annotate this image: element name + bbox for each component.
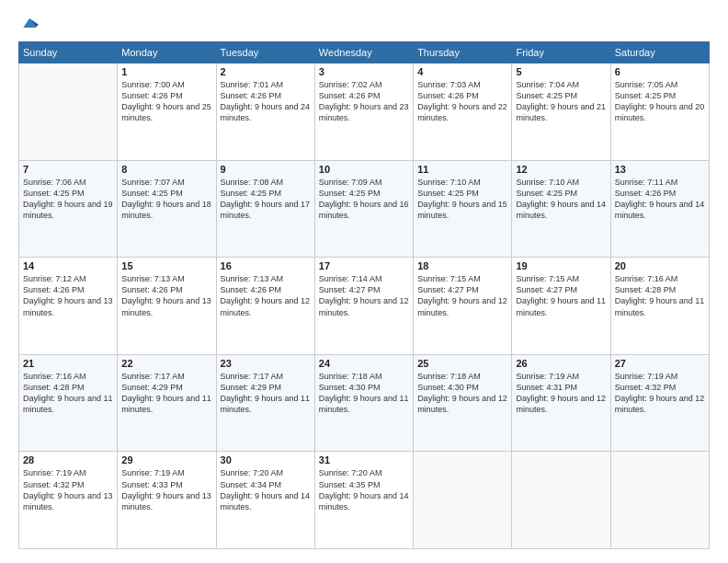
day-number: 13 (615, 164, 705, 175)
day-number: 23 (221, 358, 311, 369)
calendar-cell: 31Sunrise: 7:20 AMSunset: 4:35 PMDayligh… (314, 452, 413, 549)
calendar-cell: 2Sunrise: 7:01 AMSunset: 4:26 PMDaylight… (216, 63, 314, 161)
day-number: 22 (121, 358, 211, 369)
calendar-cell: 25Sunrise: 7:18 AMSunset: 4:30 PMDayligh… (414, 354, 512, 452)
day-number: 2 (221, 66, 311, 77)
day-info: Sunrise: 7:19 AMSunset: 4:31 PMDaylight:… (516, 371, 606, 416)
header (18, 14, 710, 32)
day-info: Sunrise: 7:05 AMSunset: 4:25 PMDaylight:… (615, 79, 705, 124)
calendar-cell: 27Sunrise: 7:19 AMSunset: 4:32 PMDayligh… (610, 354, 709, 452)
day-number: 21 (23, 358, 113, 369)
page: SundayMondayTuesdayWednesdayThursdayFrid… (0, 0, 728, 563)
calendar-cell: 4Sunrise: 7:03 AMSunset: 4:26 PMDaylight… (414, 63, 512, 161)
calendar-cell: 29Sunrise: 7:19 AMSunset: 4:33 PMDayligh… (118, 452, 216, 549)
calendar-cell: 22Sunrise: 7:17 AMSunset: 4:29 PMDayligh… (118, 354, 216, 452)
day-number: 9 (221, 164, 311, 175)
day-info: Sunrise: 7:17 AMSunset: 4:29 PMDaylight:… (221, 371, 311, 416)
day-number: 29 (121, 454, 211, 465)
day-number: 15 (121, 260, 211, 271)
calendar-cell (512, 452, 610, 549)
weekday-header: Sunday (19, 42, 118, 63)
day-number: 30 (221, 454, 311, 465)
day-number: 11 (417, 164, 507, 175)
day-info: Sunrise: 7:11 AMSunset: 4:26 PMDaylight:… (615, 177, 705, 222)
day-info: Sunrise: 7:20 AMSunset: 4:35 PMDaylight:… (319, 467, 409, 512)
calendar-cell: 7Sunrise: 7:06 AMSunset: 4:25 PMDaylight… (19, 160, 118, 258)
day-number: 31 (319, 454, 409, 465)
day-number: 27 (615, 358, 705, 369)
calendar-cell (414, 452, 512, 549)
calendar-cell: 17Sunrise: 7:14 AMSunset: 4:27 PMDayligh… (314, 258, 413, 355)
weekday-header: Friday (512, 42, 610, 63)
calendar-cell: 1Sunrise: 7:00 AMSunset: 4:26 PMDaylight… (118, 63, 216, 161)
day-info: Sunrise: 7:16 AMSunset: 4:28 PMDaylight:… (615, 273, 705, 318)
day-info: Sunrise: 7:04 AMSunset: 4:25 PMDaylight:… (516, 79, 606, 124)
calendar-cell: 13Sunrise: 7:11 AMSunset: 4:26 PMDayligh… (610, 160, 709, 258)
calendar-cell: 18Sunrise: 7:15 AMSunset: 4:27 PMDayligh… (414, 258, 512, 355)
calendar-cell: 16Sunrise: 7:13 AMSunset: 4:26 PMDayligh… (216, 258, 314, 355)
day-info: Sunrise: 7:13 AMSunset: 4:26 PMDaylight:… (121, 273, 211, 318)
day-info: Sunrise: 7:12 AMSunset: 4:26 PMDaylight:… (23, 273, 113, 318)
day-number: 17 (319, 260, 409, 271)
calendar-cell: 20Sunrise: 7:16 AMSunset: 4:28 PMDayligh… (610, 258, 709, 355)
calendar-cell: 5Sunrise: 7:04 AMSunset: 4:25 PMDaylight… (512, 63, 610, 161)
day-number: 7 (23, 164, 113, 175)
day-info: Sunrise: 7:15 AMSunset: 4:27 PMDaylight:… (516, 273, 606, 318)
calendar-week-row: 14Sunrise: 7:12 AMSunset: 4:26 PMDayligh… (19, 258, 710, 355)
day-number: 20 (615, 260, 705, 271)
day-number: 28 (23, 454, 113, 465)
calendar-cell: 26Sunrise: 7:19 AMSunset: 4:31 PMDayligh… (512, 354, 610, 452)
day-number: 18 (417, 260, 507, 271)
calendar-cell: 19Sunrise: 7:15 AMSunset: 4:27 PMDayligh… (512, 258, 610, 355)
day-info: Sunrise: 7:06 AMSunset: 4:25 PMDaylight:… (23, 177, 113, 222)
day-info: Sunrise: 7:09 AMSunset: 4:25 PMDaylight:… (319, 177, 409, 222)
day-number: 3 (319, 66, 409, 77)
calendar-cell: 10Sunrise: 7:09 AMSunset: 4:25 PMDayligh… (314, 160, 413, 258)
day-number: 19 (516, 260, 606, 271)
calendar-cell: 11Sunrise: 7:10 AMSunset: 4:25 PMDayligh… (414, 160, 512, 258)
calendar-cell (610, 452, 709, 549)
calendar-week-row: 1Sunrise: 7:00 AMSunset: 4:26 PMDaylight… (19, 63, 710, 161)
day-number: 14 (23, 260, 113, 271)
day-info: Sunrise: 7:20 AMSunset: 4:34 PMDaylight:… (221, 467, 311, 512)
day-info: Sunrise: 7:10 AMSunset: 4:25 PMDaylight:… (417, 177, 507, 222)
day-number: 12 (516, 164, 606, 175)
day-number: 26 (516, 358, 606, 369)
calendar-cell (19, 63, 118, 161)
day-number: 4 (417, 66, 507, 77)
calendar-cell: 12Sunrise: 7:10 AMSunset: 4:25 PMDayligh… (512, 160, 610, 258)
calendar-week-row: 21Sunrise: 7:16 AMSunset: 4:28 PMDayligh… (19, 354, 710, 452)
calendar-cell: 8Sunrise: 7:07 AMSunset: 4:25 PMDaylight… (118, 160, 216, 258)
calendar-cell: 30Sunrise: 7:20 AMSunset: 4:34 PMDayligh… (216, 452, 314, 549)
calendar-cell: 28Sunrise: 7:19 AMSunset: 4:32 PMDayligh… (19, 452, 118, 549)
calendar-cell: 24Sunrise: 7:18 AMSunset: 4:30 PMDayligh… (314, 354, 413, 452)
calendar-cell: 3Sunrise: 7:02 AMSunset: 4:26 PMDaylight… (314, 63, 413, 161)
day-info: Sunrise: 7:16 AMSunset: 4:28 PMDaylight:… (23, 371, 113, 416)
weekday-header: Thursday (414, 42, 512, 63)
day-info: Sunrise: 7:01 AMSunset: 4:26 PMDaylight:… (221, 79, 311, 124)
day-info: Sunrise: 7:08 AMSunset: 4:25 PMDaylight:… (221, 177, 311, 222)
day-info: Sunrise: 7:18 AMSunset: 4:30 PMDaylight:… (319, 371, 409, 416)
weekday-header: Wednesday (314, 42, 413, 63)
day-info: Sunrise: 7:14 AMSunset: 4:27 PMDaylight:… (319, 273, 409, 318)
weekday-header: Monday (118, 42, 216, 63)
day-number: 5 (516, 66, 606, 77)
weekday-header: Tuesday (216, 42, 314, 63)
calendar-cell: 15Sunrise: 7:13 AMSunset: 4:26 PMDayligh… (118, 258, 216, 355)
calendar-table: SundayMondayTuesdayWednesdayThursdayFrid… (18, 41, 710, 549)
calendar-cell: 21Sunrise: 7:16 AMSunset: 4:28 PMDayligh… (19, 354, 118, 452)
day-info: Sunrise: 7:18 AMSunset: 4:30 PMDaylight:… (417, 371, 507, 416)
day-info: Sunrise: 7:15 AMSunset: 4:27 PMDaylight:… (417, 273, 507, 318)
logo (18, 14, 39, 32)
day-info: Sunrise: 7:19 AMSunset: 4:32 PMDaylight:… (23, 467, 113, 512)
day-info: Sunrise: 7:07 AMSunset: 4:25 PMDaylight:… (121, 177, 211, 222)
weekday-header: Saturday (610, 42, 709, 63)
weekday-header-row: SundayMondayTuesdayWednesdayThursdayFrid… (19, 42, 710, 63)
day-number: 10 (319, 164, 409, 175)
day-info: Sunrise: 7:19 AMSunset: 4:33 PMDaylight:… (121, 467, 211, 512)
day-number: 25 (417, 358, 507, 369)
day-info: Sunrise: 7:00 AMSunset: 4:26 PMDaylight:… (121, 79, 211, 124)
calendar-cell: 14Sunrise: 7:12 AMSunset: 4:26 PMDayligh… (19, 258, 118, 355)
calendar-cell: 9Sunrise: 7:08 AMSunset: 4:25 PMDaylight… (216, 160, 314, 258)
day-info: Sunrise: 7:10 AMSunset: 4:25 PMDaylight:… (516, 177, 606, 222)
